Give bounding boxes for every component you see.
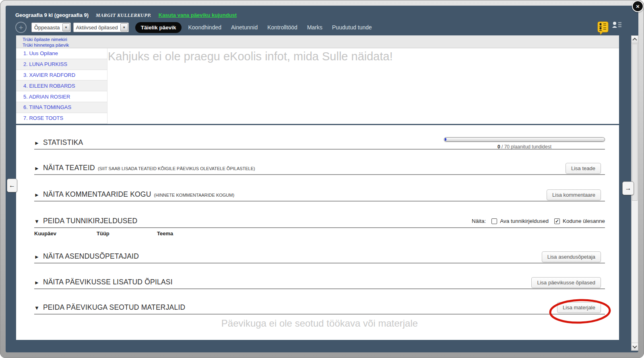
section-subtitle: (HINNETE KOMMENTAARIDE KOGUM) — [154, 193, 235, 198]
menu-item-ainetunnid[interactable]: Ainetunnid — [231, 24, 258, 31]
page-title: Geograafia 9 kl (geograafia 9) — [15, 12, 89, 18]
section-divider — [34, 201, 605, 202]
collapsed-triangle-icon: ► — [34, 165, 39, 171]
section-title: STATISTIKA — [43, 138, 83, 147]
section-asendusopetajad-header[interactable]: ► NÄITA ASENDUSÕPETAJAID — [34, 252, 605, 261]
add-icon[interactable]: + — [15, 22, 27, 33]
column-kuupaev: Kuupäev — [34, 230, 56, 237]
print-links-band: Trüki õpilaste nimekiri Trüki hinnetega … — [16, 35, 619, 48]
student-link[interactable]: 2. LUNA PURKISS — [16, 59, 107, 70]
progress-fill — [445, 138, 446, 141]
collapsed-triangle-icon: ► — [34, 280, 39, 286]
section-materjalid: ▼ PEIDA PÄEVIKUGA SEOTUD MATERJALID Päev… — [34, 303, 605, 329]
main-menu: Koondhinded Ainetunnid Kontrolltööd Mark… — [188, 24, 372, 31]
expanded-triangle-icon: ▼ — [34, 218, 39, 224]
add-substitute-teacher-button[interactable]: Lisa asendusõpetaja — [542, 251, 601, 262]
arrow-left-icon: ← — [9, 182, 15, 189]
student-link[interactable]: 4. EILEEN ROBARDS — [16, 80, 107, 91]
checkbox-ava-tunnikirjeldused[interactable] — [491, 218, 497, 224]
section-divider — [34, 263, 605, 263]
section-kommentaarid: ► NÄITA KOMMENTAARIDE KOGU (HINNETE KOMM… — [34, 190, 605, 202]
student-link[interactable]: 6. TIINA TOMINGAS — [16, 102, 107, 113]
menu-item-marks[interactable]: Marks — [307, 24, 322, 31]
checkbox-label: Kodune ülesanne — [563, 218, 605, 224]
section-opilased: ► NÄITA PÄEVIKUSSE LISATUD ÕPILASI — [34, 278, 605, 289]
progress-caption: 0 / 70 plaanitud tundidest — [444, 144, 605, 150]
students-filter-select[interactable]: Aktiivsed õpilased ▾ — [73, 23, 129, 32]
section-teated: ► NÄITA TEATEID (SIIT SAAB LISADA TEATEI… — [34, 164, 605, 175]
arrow-right-icon: → — [625, 185, 632, 192]
header: Geograafia 9 kl (geograafia 9) MARGIT KU… — [15, 12, 237, 19]
print-student-list-link[interactable]: Trüki õpilaste nimekiri — [23, 37, 619, 42]
no-materials-message: Päevikuga ei ole seotud töökava või mate… — [34, 318, 605, 329]
scroll-right-button[interactable]: → — [622, 181, 634, 195]
section-opilased-header[interactable]: ► NÄITA PÄEVIKUSSE LISATUD ÕPILASI — [34, 278, 605, 286]
student-card-icon[interactable] — [612, 21, 623, 29]
scroll-up-button[interactable] — [632, 36, 638, 43]
collapsed-triangle-icon: ► — [34, 254, 39, 260]
menu-item-puudutud-tunde[interactable]: Puudutud tunde — [332, 24, 372, 31]
scroll-left-button[interactable]: ← — [7, 179, 17, 192]
chevron-down-icon[interactable]: ▾ — [62, 23, 70, 31]
expanded-triangle-icon: ▼ — [34, 305, 39, 311]
show-options-row: Näita: Ava tunnikirjeldused ✓ Kodune üle… — [472, 218, 605, 224]
scroll-down-button[interactable] — [632, 343, 638, 350]
column-tuup: Tüüp — [97, 230, 109, 237]
students-badge-icon[interactable] — [597, 21, 609, 35]
journal-sections-panel: ► STATISTIKA 0 / 70 plaanitud tundidest … — [16, 125, 619, 340]
tab-taielik-paevik[interactable]: Täielik päevik — [135, 22, 182, 33]
chevron-up-icon — [632, 38, 637, 42]
collapsed-triangle-icon: ► — [34, 140, 39, 146]
section-title: NÄITA ASENDUSÕPETAJAID — [43, 252, 139, 261]
section-subtitle: (SIIT SAAB LISADA TEATEID KÕIGILE PÄEVIK… — [98, 166, 255, 171]
legacy-design-link[interactable]: Kasuta vana päeviku kujundust — [159, 12, 237, 18]
section-title: PEIDA PÄEVIKUGA SEOTUD MATERJALID — [43, 303, 185, 312]
journal-grid-area: Trüki õpilaste nimekiri Trüki hinnetega … — [16, 35, 619, 124]
section-title: NÄITA PÄEVIKUSSE LISATUD ÕPILASI — [43, 278, 173, 286]
section-teated-header[interactable]: ► NÄITA TEATEID (SIIT SAAB LISADA TEATEI… — [34, 164, 605, 172]
checkbox-kodune-ulesanne[interactable]: ✓ — [554, 218, 560, 224]
section-divider — [34, 288, 605, 289]
section-kommentaarid-header[interactable]: ► NÄITA KOMMENTAARIDE KOGU (HINNETE KOMM… — [34, 190, 605, 199]
chevron-down-icon[interactable]: ▾ — [120, 23, 128, 31]
year-select[interactable]: Õppeaasta ▾ — [31, 23, 71, 32]
chevron-down-icon — [632, 344, 637, 348]
teacher-name: MARGIT KULLERKUPP. — [96, 12, 151, 19]
section-divider — [34, 227, 605, 228]
student-list: 1. Uus Opilane 2. LUNA PURKISS 3. XAVIER… — [16, 48, 107, 124]
print-grades-journal-link[interactable]: Trüki hinnetega päevik — [23, 42, 619, 48]
progress-value: 0 — [497, 144, 500, 150]
lesson-table-header: Kuupäev Tüüp Teema — [34, 230, 605, 237]
student-link[interactable]: 5. ADRIAN ROSIER — [16, 91, 107, 102]
section-title: PEIDA TUNNIKIRJELDUSED — [43, 217, 138, 225]
progress-bar — [444, 137, 605, 142]
add-materials-button[interactable]: Lisa materjale — [557, 302, 601, 313]
scrollbar-thumb[interactable] — [632, 44, 638, 201]
toolbar: + Õppeaasta ▾ Aktiivsed õpilased ▾ Täiel… — [15, 22, 372, 33]
header-icons — [597, 21, 623, 35]
year-select-value: Õppeaasta — [32, 25, 62, 31]
collapsed-triangle-icon: ► — [34, 192, 39, 198]
student-link[interactable]: 3. XAVIER RADFORD — [16, 70, 107, 81]
add-notice-button[interactable]: Lisa teade — [566, 163, 601, 174]
section-title: NÄITA TEATEID — [43, 164, 95, 172]
section-divider — [34, 314, 605, 315]
student-link[interactable]: 1. Uus Opilane — [16, 48, 107, 59]
section-title: NÄITA KOMMENTAARIDE KOGU — [43, 190, 151, 199]
student-link[interactable]: 7. ROSE TOOTS — [16, 113, 107, 124]
add-comments-button[interactable]: Lisa kommentaare — [547, 189, 601, 200]
close-icon[interactable]: × — [632, 0, 644, 12]
students-filter-value: Aktiivsed õpilased — [74, 25, 120, 31]
menu-item-koondhinded[interactable]: Koondhinded — [188, 24, 221, 31]
section-divider — [34, 174, 605, 175]
show-label: Näita: — [472, 218, 486, 224]
add-students-to-journal-button[interactable]: Lisa päevikusse õpilased — [531, 277, 601, 288]
column-teema: Teema — [157, 230, 173, 237]
no-info-message: Kahjuks ei ole praegu eKoolis infot, mid… — [108, 50, 393, 63]
menu-item-kontrolltood[interactable]: Kontrolltööd — [267, 24, 297, 31]
section-asendusopetajad: ► NÄITA ASENDUSÕPETAJAID — [34, 252, 605, 263]
checkbox-label: Ava tunnikirjeldused — [500, 218, 549, 224]
progress-label: / 70 plaanitud tundidest — [500, 144, 551, 150]
section-materjalid-header[interactable]: ▼ PEIDA PÄEVIKUGA SEOTUD MATERJALID — [34, 303, 605, 312]
planned-lessons-progress: 0 / 70 plaanitud tundidest — [444, 137, 605, 150]
